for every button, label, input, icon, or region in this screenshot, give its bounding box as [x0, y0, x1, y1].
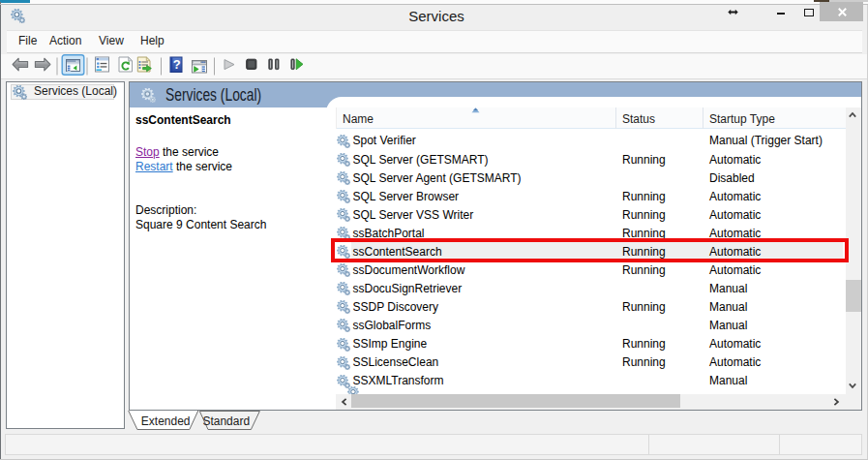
- svg-text:Standard: Standard: [202, 414, 250, 428]
- svg-text:Extended: Extended: [141, 414, 191, 428]
- svg-text:?: ?: [173, 57, 181, 72]
